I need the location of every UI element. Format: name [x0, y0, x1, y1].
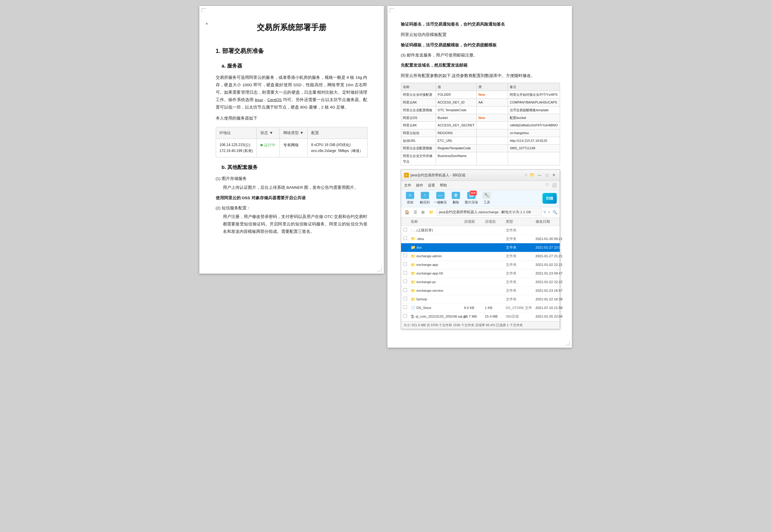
status-dot	[260, 144, 263, 146]
fm-share-icon[interactable]: ⬜	[552, 182, 557, 189]
file-checkbox[interactable]	[404, 305, 411, 311]
fm-search-icon[interactable]: 🔍	[553, 209, 557, 216]
nav-home-btn[interactable]: 🏠	[404, 208, 411, 216]
config-cell: 阿里云短信	[401, 129, 436, 137]
nav-list-btn[interactable]: ☰	[413, 208, 419, 216]
tool-extract-btn[interactable]: ↑ 解压到	[419, 192, 431, 205]
file-checkbox[interactable]	[404, 227, 411, 233]
scan-btn[interactable]: 扫描	[543, 193, 557, 204]
tool-add-btn[interactable]: + 添加	[404, 192, 416, 205]
fm-toolbar: + 添加 ↑ 解压到 — 一键解压 🗑 删除 🖼	[401, 190, 560, 207]
file-name-text: exchange-app-h5	[417, 271, 444, 277]
menu-settings[interactable]: 设置	[428, 182, 435, 188]
file-row[interactable]: 📁 .idea 文件夹 2021-01-30 09:21	[401, 235, 560, 243]
menu-ops[interactable]: 操作	[416, 182, 423, 188]
file-name: 📁 exchange-admin	[411, 253, 464, 260]
config-cell: 阿里云企业配置模板	[401, 106, 436, 114]
delete-icon: 🗑	[452, 192, 460, 199]
file-row[interactable]: 📁 exchange-admin 文件夹 2021-01-27 21:21	[401, 252, 560, 261]
file-date: 2021-07-10 21:58	[536, 305, 577, 311]
file-checkbox[interactable]	[404, 271, 411, 277]
config-col-type: 值	[436, 83, 477, 91]
file-name-text: exchange-app	[417, 262, 438, 268]
file-date: 2021-01-23 09:47	[536, 271, 577, 277]
config-row: 阿里云企业配置模板RegisterTemplateCodeSMS_1077111…	[401, 145, 560, 152]
file-checkbox[interactable]	[404, 245, 411, 251]
file-folder-icon: 📁	[411, 262, 416, 268]
config-cell	[477, 122, 508, 129]
item1-detail: 用户上传认证图片，后台上传系统 BANNER 图，发布公告均需要用图片。	[223, 184, 367, 192]
fm-close-btn[interactable]: ✕	[551, 172, 557, 178]
file-row[interactable]: 📁 exchange-service 文件夹 2021-01-23 16:57	[401, 287, 560, 295]
file-type: 文件夹	[506, 253, 536, 259]
tool-compress-btn[interactable]: 🖼 New 图片压缩	[465, 192, 478, 205]
config-cell: New	[477, 114, 508, 122]
file-type: 360压缩	[506, 314, 536, 320]
fm-star-btn[interactable]: ☆	[524, 172, 528, 179]
fm-title-text: java合约交易所带机器人 - 360压缩	[411, 172, 466, 178]
file-row[interactable]: 📁 fyimvip 文件夹 2021-01-22 16:39	[401, 295, 560, 304]
fm-title-controls[interactable]: ☆ 📁 — □ ✕	[524, 172, 557, 179]
config-cell	[477, 106, 508, 114]
right-item3: (3) 邮件发送服务，用户可使用邮箱注册。	[401, 52, 560, 59]
config-cell	[477, 137, 508, 145]
config-cell: New	[477, 91, 508, 99]
nav-grid-btn[interactable]: ⊞	[420, 208, 426, 216]
file-type: 文件夹	[506, 245, 536, 251]
add-icon: +	[406, 192, 414, 199]
fm-folder-btn[interactable]: 📁	[530, 172, 535, 179]
file-folder-icon: ↑	[411, 227, 413, 233]
fm-file-list: ↑ .. (上级目录) 文件夹 📁 .idea 文件夹 2021-01-30 0…	[401, 226, 560, 321]
file-checkbox[interactable]	[404, 262, 411, 268]
config-cell: ETC_URL	[436, 137, 477, 145]
config-cell: 阿里云OS	[401, 114, 436, 122]
config-cell	[477, 152, 508, 165]
col-uncompressed[interactable]: 压缩后	[485, 219, 506, 225]
file-checkbox[interactable]	[404, 314, 411, 320]
status-badge: 运行中	[260, 142, 275, 148]
col-compressed[interactable]: 压缩前	[464, 219, 485, 225]
tool-tools-label: 工具	[484, 200, 490, 205]
file-row[interactable]: 📁 exchange-app-h5 文件夹 2021-01-23 09:47	[401, 269, 560, 278]
file-type: 文件夹	[506, 236, 536, 242]
tool-delete-btn[interactable]: 🗑 删除	[450, 192, 462, 205]
file-type: 文件夹	[506, 227, 536, 233]
config-row: 短信URLETC_URLhttp://114.215.57.18:8125	[401, 137, 560, 145]
file-checkbox[interactable]	[404, 288, 411, 294]
fm-maximize-btn[interactable]: □	[545, 172, 549, 178]
file-row[interactable]: 📁 doc 文件夹 2021-01-27 23:08	[401, 243, 560, 252]
file-checkbox[interactable]	[404, 296, 411, 302]
config-cell: ACCESS_KEY_ID	[436, 99, 477, 106]
right-page: 验证码签名，法币交易通知签名，合约交易风险通知签名 阿里云短信内容模板配置 验证…	[388, 6, 572, 348]
config-cell: 法币交易提醒模板template	[508, 106, 560, 114]
file-checkbox[interactable]	[404, 253, 411, 259]
col-name[interactable]: 名称	[411, 219, 464, 225]
file-checkbox[interactable]	[404, 279, 411, 285]
fm-minimize-btn[interactable]: —	[537, 172, 543, 178]
menu-help[interactable]: 帮助	[440, 182, 447, 188]
path-dropdown[interactable]: ▼	[548, 210, 551, 215]
config-cell: RegisterTemplateCode	[436, 145, 477, 152]
config-cell: rdAAtjGd8wEvGhF6TrYuh4tBNO	[508, 122, 560, 129]
tool-onekey-btn[interactable]: — 一键解压	[434, 192, 447, 205]
config-cell	[477, 145, 508, 152]
file-row[interactable]: 📁 exchange-app 文件夹 2021-01-02 22:21	[401, 261, 560, 269]
col-type[interactable]: 类型	[506, 219, 536, 225]
file-name-text: exchange-pc	[417, 279, 436, 285]
file-row[interactable]: 📄 DS_Store 6.0 KB 1 KB DS_STORE 文件 2021-…	[401, 304, 560, 313]
file-name: 📁 exchange-app	[411, 262, 464, 268]
config-cell: 短信URL	[401, 137, 436, 145]
file-row[interactable]: 🗜 ql_coin_20210125_205248.sql.gz 15.7 MB…	[401, 313, 560, 321]
right-line1-bold: 验证码签名，法币交易通知签名，合约交易风险通知签名	[401, 22, 505, 26]
file-row[interactable]: 📁 exchange-pc 文件夹 2021-01-22 22:22	[401, 278, 560, 287]
config-cell: REGIONS	[436, 129, 477, 137]
file-row[interactable]: ↑ .. (上级目录) 文件夹	[401, 226, 560, 235]
new-badge: New	[470, 191, 477, 195]
tool-tools-btn[interactable]: 🔧 工具	[481, 192, 493, 205]
page-note: ■ ·	[206, 21, 210, 26]
col-date[interactable]: 修改日期	[536, 219, 577, 225]
fm-heart-icon[interactable]: ♡	[546, 182, 549, 189]
menu-file[interactable]: 文件	[404, 182, 411, 188]
file-name-text: exchange-service	[417, 288, 444, 294]
file-checkbox[interactable]	[404, 236, 411, 242]
